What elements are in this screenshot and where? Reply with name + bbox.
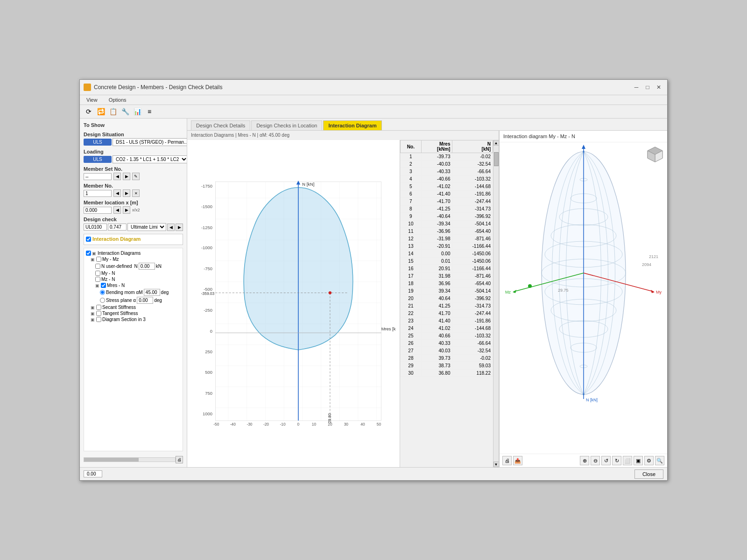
design-check-prev[interactable]: ◀ (167, 224, 175, 231)
tab-design-checks-location[interactable]: Design Checks in Location (251, 120, 322, 130)
tree-stress-plane[interactable]: Stress plane α deg (86, 296, 181, 304)
table-row[interactable]: 2640.33-66.64 (401, 340, 493, 347)
toolbar-btn-5[interactable]: 📊 (132, 106, 142, 117)
3d-btn-zoom[interactable]: 🔍 (655, 456, 664, 465)
member-set-prev[interactable]: ◀ (113, 173, 121, 180)
table-row[interactable]: 9-40.64-396.92 (401, 213, 493, 220)
member-no-input[interactable] (84, 190, 112, 197)
tree-secant[interactable]: ▣ Secant Stiffness (86, 304, 181, 310)
member-no-prev[interactable]: ◀ (113, 189, 121, 197)
design-situation-badge[interactable]: ULS (84, 139, 112, 146)
toolbar-btn-2[interactable]: 🔁 (96, 106, 106, 117)
menu-view[interactable]: View (84, 96, 100, 104)
toolbar-btn-4[interactable]: 🔧 (120, 106, 130, 117)
table-row[interactable]: 2241.70-247.44 (401, 310, 493, 317)
3d-export-btn[interactable]: 📤 (513, 456, 522, 465)
interaction-checkbox[interactable] (86, 237, 91, 242)
3d-print-btn[interactable]: 🖨 (502, 456, 512, 465)
location-next[interactable]: ▶ (123, 206, 130, 214)
toolbar-btn-1[interactable]: ⟳ (84, 106, 94, 117)
table-row[interactable]: 7-41.70-247.44 (401, 198, 493, 205)
3d-btn-2[interactable]: ⊖ (591, 456, 600, 465)
toolbar-btn-6[interactable]: ≡ (144, 106, 155, 117)
member-set-extra[interactable]: ✎ (132, 173, 140, 180)
tree-stress-value[interactable] (137, 297, 153, 304)
tree-mres-n-checkbox[interactable] (101, 283, 106, 288)
table-row[interactable]: 1836.96-654.40 (401, 280, 493, 287)
table-row[interactable]: 1620.91-1166.44 (401, 265, 493, 273)
tree-secant-checkbox[interactable] (96, 305, 101, 310)
design-check-next[interactable]: ▶ (176, 224, 183, 231)
minimize-button[interactable]: ─ (632, 83, 641, 92)
table-row[interactable]: 150.01-1450.06 (401, 258, 493, 265)
tree-my-mz[interactable]: ▣ My - Mz (86, 256, 181, 262)
design-situation-select[interactable]: DS1 - ULS (STR/GEO) - Perman... (113, 138, 187, 146)
maximize-button[interactable]: □ (643, 83, 652, 92)
table-row[interactable]: 10-39.34-504.14 (401, 220, 493, 228)
3d-btn-4[interactable]: ↻ (612, 456, 621, 465)
3d-btn-settings[interactable]: ⚙ (644, 456, 654, 465)
table-row[interactable]: 6-41.40-191.86 (401, 190, 493, 198)
loading-badge[interactable]: ULS (84, 156, 112, 163)
table-row[interactable]: 2540.66-103.32 (401, 332, 493, 340)
tree-stress-radio[interactable] (100, 298, 105, 303)
table-row[interactable]: 2-40.03-32.54 (401, 161, 493, 168)
member-no-select[interactable]: ✕ (132, 189, 140, 197)
table-row[interactable]: 5-41.02-144.68 (401, 183, 493, 190)
tree-tangent-checkbox[interactable] (96, 311, 101, 316)
member-location-input[interactable] (84, 207, 112, 214)
table-row[interactable]: 11-36.96-654.40 (401, 228, 493, 235)
tree-n-user-checkbox[interactable] (95, 264, 100, 269)
loading-select[interactable]: CO2 - 1.35 * LC1 + 1.50 * LC2 (113, 155, 187, 163)
3d-cube-icon[interactable] (647, 146, 663, 163)
member-no-next[interactable]: ▶ (123, 189, 130, 197)
table-row[interactable]: 3-40.33-66.64 (401, 168, 493, 175)
tree-mz-n-checkbox[interactable] (95, 277, 100, 282)
tree-interaction-checkbox[interactable] (86, 251, 91, 256)
table-row[interactable]: 13-20.91-1166.44 (401, 243, 493, 250)
design-check-type[interactable]: Ultimate Limi... (127, 223, 166, 231)
tree-interaction-diagrams[interactable]: ▣ Interaction Diagrams (86, 250, 181, 256)
tree-my-n-checkbox[interactable] (95, 271, 100, 276)
toolbar-btn-3[interactable]: 📋 (108, 106, 118, 117)
location-prev[interactable]: ◀ (113, 206, 121, 214)
tree-bending-value[interactable] (144, 289, 160, 296)
table-row[interactable]: 2341.40-191.86 (401, 317, 493, 325)
tab-design-check-details[interactable]: Design Check Details (191, 120, 250, 130)
table-row[interactable]: 4-40.66-103.32 (401, 175, 493, 183)
table-row[interactable]: 1939.34-504.14 (401, 287, 493, 295)
table-row[interactable]: 1-39.73-0.02 (401, 153, 493, 161)
tree-mz-n[interactable]: Mz - N (86, 276, 181, 282)
table-row[interactable]: 12-31.98-871.46 (401, 235, 493, 243)
design-check-ratio[interactable] (108, 224, 127, 231)
tab-interaction-diagram[interactable]: Interaction Diagram (323, 120, 381, 130)
tree-diagram-section-checkbox[interactable] (96, 317, 101, 322)
table-row[interactable]: 8-41.25-314.73 (401, 205, 493, 213)
close-button[interactable]: Close (634, 469, 663, 479)
design-check-code[interactable] (84, 224, 107, 231)
scrollbar-down[interactable]: ▼ (493, 462, 499, 467)
table-row[interactable]: 2938.7359.03 (401, 362, 493, 370)
menu-options[interactable]: Options (106, 96, 129, 104)
tree-my-n[interactable]: My - N (86, 270, 181, 276)
panel-print-btn[interactable]: 🖨 (176, 456, 183, 463)
table-row[interactable]: 3036.80118.22 (401, 370, 493, 377)
scrollbar-thumb[interactable] (494, 152, 499, 166)
panel-scrollbar-thumb[interactable] (84, 458, 139, 462)
tree-tangent[interactable]: ▣ Tangent Stiffness (86, 310, 181, 316)
table-row[interactable]: 1731.98-871.46 (401, 273, 493, 280)
member-set-input[interactable] (84, 173, 112, 180)
tree-bending-mom[interactable]: Bending mom αM deg (86, 288, 181, 296)
tree-diagram-section[interactable]: ▣ Diagram Section in 3 (86, 316, 181, 322)
table-row[interactable]: 2441.02-144.68 (401, 325, 493, 332)
3d-btn-6[interactable]: ▣ (634, 456, 643, 465)
3d-btn-5[interactable]: ⬜ (623, 456, 632, 465)
3d-btn-1[interactable]: ⊕ (580, 456, 589, 465)
table-row[interactable]: 140.00-1450.06 (401, 250, 493, 258)
tree-my-mz-checkbox[interactable] (96, 257, 101, 262)
table-scrollbar[interactable]: ▲ ▼ (493, 140, 499, 467)
member-set-next[interactable]: ▶ (123, 173, 130, 180)
tree-n-user[interactable]: N user-defined N kN (86, 262, 181, 270)
tree-mres-n[interactable]: ▣ Mres - N (86, 282, 181, 288)
tree-bending-radio[interactable] (100, 290, 105, 295)
